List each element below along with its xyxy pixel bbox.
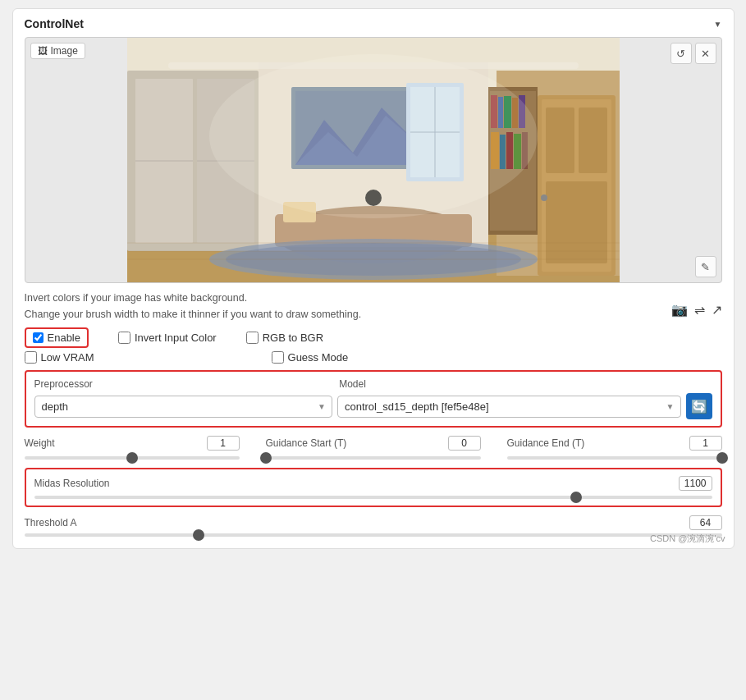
model-select-wrapper: control_sd15_depth [fef5e48e] none ▼ [337, 396, 681, 418]
guess-mode-checkbox[interactable] [272, 351, 284, 364]
midas-header: Midas Resolution 1100 [34, 476, 712, 491]
guess-mode-label[interactable]: Guess Mode [288, 351, 349, 364]
refresh-model-button[interactable]: 🔄 [686, 393, 712, 419]
low-vram-wrapper: Low VRAM [25, 351, 94, 364]
guidance-end-thumb[interactable] [716, 452, 728, 464]
preprocessor-select-wrapper: depth none canny openpose mlsd hed ▼ [34, 396, 332, 418]
guidance-start-value[interactable]: 0 [448, 436, 481, 451]
preprocessor-model-section: Preprocessor Model depth none canny open… [25, 370, 722, 428]
guidance-start-thumb[interactable] [260, 452, 272, 464]
midas-label: Midas Resolution [34, 478, 110, 489]
model-select[interactable]: control_sd15_depth [fef5e48e] none [337, 396, 681, 418]
invert-input-color-wrapper: Invert Input Color [118, 332, 217, 344]
reset-button[interactable]: ↺ [670, 43, 692, 64]
swap-icon[interactable]: ⇌ [694, 300, 705, 321]
sliders-section: Weight 1 Guidance Start (T) 0 [25, 436, 722, 460]
svg-point-45 [209, 54, 538, 218]
midas-thumb[interactable] [570, 492, 582, 503]
svg-rect-20 [546, 108, 574, 173]
midas-value[interactable]: 1100 [679, 476, 712, 491]
pm-selects: depth none canny openpose mlsd hed ▼ con… [34, 393, 712, 419]
threshold-a-label: Threshold A [25, 517, 77, 528]
svg-rect-21 [579, 108, 607, 173]
midas-section: Midas Resolution 1100 [25, 468, 722, 507]
guidance-end-header: Guidance End (T) 1 [507, 436, 722, 451]
panel-title: ControlNet [25, 17, 84, 30]
close-button[interactable]: ✕ [695, 43, 716, 64]
edit-button[interactable]: ✎ [695, 256, 716, 277]
pm-labels: Preprocessor Model [34, 378, 712, 390]
threshold-section: Threshold A 64 [25, 515, 722, 537]
guidance-end-slider-group: Guidance End (T) 1 [507, 436, 722, 460]
low-vram-checkbox[interactable] [25, 351, 37, 364]
preprocessor-label: Preprocessor [34, 378, 340, 390]
enable-checkbox[interactable] [33, 332, 43, 343]
svg-rect-46 [168, 62, 579, 69]
guidance-end-value[interactable]: 1 [689, 436, 722, 451]
watermark: CSDN @涴滴涴'cv [650, 533, 725, 545]
enable-label[interactable]: Enable [48, 332, 80, 344]
image-area: 🖼 Image ↺ ✕ [25, 37, 722, 283]
model-label: Model [339, 378, 712, 390]
svg-point-23 [541, 194, 547, 201]
collapse-icon[interactable]: ▼ [714, 20, 722, 29]
threshold-header: Threshold A 64 [25, 515, 722, 530]
options-row-1: Enable Invert Input Color RGB to BGR [25, 327, 722, 348]
rgb-to-bgr-checkbox[interactable] [246, 332, 259, 344]
slider-row-main: Weight 1 Guidance Start (T) 0 [25, 436, 722, 460]
midas-track [34, 496, 712, 499]
weight-value[interactable]: 1 [207, 436, 240, 451]
room-image [127, 38, 620, 282]
image-controls: ↺ ✕ [670, 43, 716, 64]
weight-label: Weight [25, 437, 55, 449]
info-section: Invert colors if your image has white ba… [25, 290, 722, 323]
rgb-to-bgr-label[interactable]: RGB to BGR [263, 332, 323, 344]
image-tab[interactable]: 🖼 Image [30, 43, 85, 59]
weight-slider-group: Weight 1 [25, 436, 240, 460]
rgb-to-bgr-wrapper: RGB to BGR [246, 332, 323, 344]
weight-track [25, 456, 240, 460]
image-tab-label: Image [51, 45, 78, 57]
controlnet-panel: ControlNet ▼ 🖼 Image ↺ ✕ [12, 8, 735, 549]
threshold-a-thumb[interactable] [193, 529, 204, 541]
guidance-start-slider-group: Guidance Start (T) 0 [266, 436, 481, 460]
guidance-end-track [507, 456, 722, 460]
enable-checkbox-wrapper: Enable [25, 327, 89, 348]
panel-header: ControlNet ▼ [25, 17, 722, 30]
options-row-2: Low VRAM Guess Mode [25, 351, 722, 364]
guidance-start-header: Guidance Start (T) 0 [266, 436, 481, 451]
guidance-start-label: Guidance Start (T) [266, 437, 347, 449]
preprocessor-select[interactable]: depth none canny openpose mlsd hed [34, 396, 332, 418]
guess-mode-wrapper: Guess Mode [272, 351, 349, 364]
weight-header: Weight 1 [25, 436, 240, 451]
info-text-block: Invert colors if your image has white ba… [25, 290, 671, 323]
weight-thumb[interactable] [126, 452, 138, 464]
info-line1: Invert colors if your image has white ba… [25, 290, 671, 306]
info-icons: 📷 ⇌ ↗ [671, 300, 722, 323]
arrow-icon[interactable]: ↗ [712, 300, 722, 321]
image-tab-icon: 🖼 [38, 45, 48, 57]
guidance-end-label: Guidance End (T) [507, 437, 585, 449]
guidance-start-track [266, 456, 481, 460]
threshold-a-value[interactable]: 64 [689, 515, 722, 530]
invert-input-color-checkbox[interactable] [118, 332, 130, 344]
info-line2: Change your brush width to make it thinn… [25, 306, 671, 323]
refresh-icon: 🔄 [691, 399, 707, 414]
camera-icon[interactable]: 📷 [671, 300, 688, 321]
threshold-a-track [25, 533, 722, 537]
invert-input-color-label[interactable]: Invert Input Color [135, 332, 217, 344]
low-vram-label[interactable]: Low VRAM [41, 351, 94, 364]
